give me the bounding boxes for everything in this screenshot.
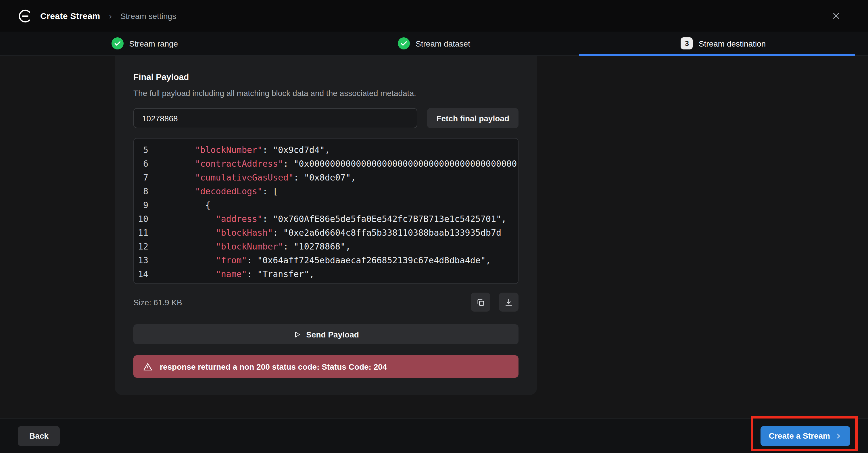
- close-button[interactable]: [830, 9, 843, 23]
- download-payload-button[interactable]: [499, 293, 519, 311]
- copy-payload-button[interactable]: [471, 293, 490, 311]
- breadcrumb: Stream settings: [120, 11, 177, 21]
- code-line: 6 "contractAddress": "0x0000000000000000…: [134, 157, 518, 171]
- top-bar: Create Stream › Stream settings: [0, 0, 868, 32]
- error-banner: response returned a non 200 status code:…: [133, 355, 519, 378]
- line-number: 10: [134, 212, 148, 226]
- wizard-footer: Back Create a Stream: [0, 418, 868, 453]
- step-number-badge: 3: [681, 37, 693, 50]
- play-icon: [293, 330, 301, 338]
- page-title: Create Stream: [40, 11, 100, 21]
- payload-size-label: Size: 61.9 KB: [133, 298, 182, 307]
- code-line: 15 "to": "0x96a41097fc839448b2591fac2978…: [134, 281, 518, 284]
- code-line: 13 "from": "0x64aff7245ebdaaecaf26685213…: [134, 253, 518, 267]
- step-label: Stream dataset: [415, 39, 470, 48]
- step-stream-range[interactable]: Stream range: [0, 32, 289, 55]
- line-number: 14: [134, 267, 148, 281]
- close-icon: [832, 11, 840, 20]
- check-circle-icon: [398, 37, 410, 50]
- create-stream-button[interactable]: Create a Stream: [761, 426, 850, 446]
- code-text: "blockNumber": "10278868",: [164, 240, 518, 253]
- download-icon: [504, 298, 513, 307]
- line-number: 15: [134, 281, 148, 284]
- code-text: "blockNumber": "0x9cd7d4",: [164, 143, 518, 157]
- line-number: 9: [134, 198, 148, 212]
- payload-code-viewer[interactable]: 5 "blockNumber": "0x9cd7d4", 6 "contract…: [133, 138, 519, 284]
- breadcrumb-chevron-icon: ›: [107, 11, 114, 21]
- stream-logo-icon: [17, 8, 32, 23]
- line-number: 12: [134, 240, 148, 253]
- chevron-right-icon: [835, 432, 842, 440]
- send-payload-button[interactable]: Send Payload: [133, 324, 519, 344]
- code-line: 7 "cumulativeGasUsed": "0x8de07",: [134, 171, 518, 184]
- code-line: 14 "name": "Transfer",: [134, 267, 518, 281]
- panel-description: The full payload including all matching …: [133, 89, 519, 98]
- step-label: Stream destination: [699, 39, 766, 48]
- line-number: 11: [134, 226, 148, 240]
- fetch-final-payload-button[interactable]: Fetch final payload: [427, 108, 519, 128]
- code-line: 12 "blockNumber": "10278868",: [134, 240, 518, 253]
- code-text: "decodedLogs": [: [164, 184, 518, 198]
- panel-title: Final Payload: [133, 72, 519, 82]
- send-payload-label: Send Payload: [306, 330, 359, 339]
- step-stream-dataset[interactable]: Stream dataset: [289, 32, 579, 55]
- code-text: "to": "0x96a41097fc839448b2591fac297884e…: [164, 281, 518, 284]
- step-stream-destination[interactable]: 3 Stream destination: [579, 32, 868, 55]
- fetch-row: Fetch final payload: [133, 108, 519, 128]
- line-number: 13: [134, 253, 148, 267]
- active-step-underline: [579, 54, 855, 56]
- line-number: 8: [134, 184, 148, 198]
- payload-size-row: Size: 61.9 KB: [133, 293, 519, 311]
- warning-triangle-icon: [143, 361, 153, 372]
- line-number: 7: [134, 171, 148, 184]
- code-text: "address": "0x760AfE86e5de5fa0Ee542fc7B7…: [164, 212, 518, 226]
- code-text: {: [164, 198, 518, 212]
- back-button[interactable]: Back: [18, 426, 60, 446]
- app-window: Create Stream › Stream settings Stream r…: [0, 0, 868, 453]
- code-text: "cumulativeGasUsed": "0x8de07",: [164, 171, 518, 184]
- wizard-stepper: Stream range Stream dataset 3 Stream des…: [0, 32, 868, 56]
- code-line: 5 "blockNumber": "0x9cd7d4",: [134, 143, 518, 157]
- error-message: response returned a non 200 status code:…: [160, 362, 387, 371]
- code-text: "name": "Transfer",: [164, 267, 518, 281]
- code-line: 10 "address": "0x760AfE86e5de5fa0Ee542fc…: [134, 212, 518, 226]
- line-number: 5: [134, 143, 148, 157]
- copy-icon: [476, 298, 485, 307]
- line-number: 6: [134, 157, 148, 171]
- code-text: "blockHash": "0xe2a6d6604c8ffa5b33811038…: [164, 226, 518, 240]
- code-text: "contractAddress": "0x000000000000000000…: [164, 157, 518, 171]
- code-line: 9 {: [134, 198, 518, 212]
- code-line: 8 "decodedLogs": [: [134, 184, 518, 198]
- step-label: Stream range: [129, 39, 178, 48]
- check-circle-icon: [112, 37, 124, 50]
- final-payload-panel: Final Payload The full payload including…: [115, 56, 537, 395]
- code-text: "from": "0x64aff7245ebdaaecaf266852139c6…: [164, 253, 518, 267]
- block-number-input[interactable]: [133, 108, 417, 128]
- create-stream-label: Create a Stream: [769, 431, 830, 440]
- code-line: 11 "blockHash": "0xe2a6d6604c8ffa5b33811…: [134, 226, 518, 240]
